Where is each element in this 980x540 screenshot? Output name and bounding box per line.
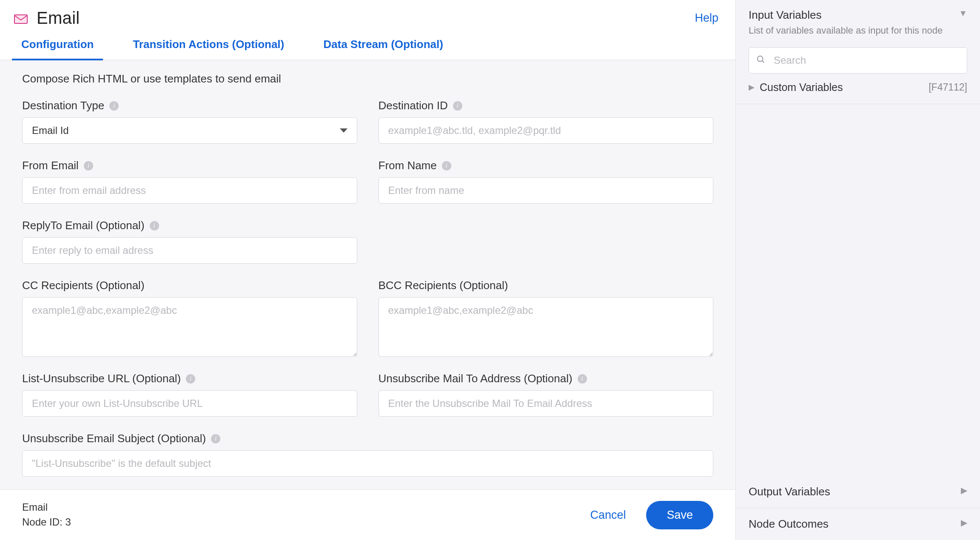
help-link[interactable]: Help: [695, 11, 718, 25]
cc-input[interactable]: [22, 297, 357, 357]
tabs: Configuration Transition Actions (Option…: [0, 32, 735, 60]
tab-data-stream[interactable]: Data Stream (Optional): [314, 32, 453, 60]
bcc-label: BCC Recipients (Optional): [379, 279, 508, 292]
footer-node-name: Email: [22, 500, 71, 515]
destination-type-select[interactable]: Email Id: [22, 117, 357, 144]
input-variables-header[interactable]: Input Variables List of variables availa…: [736, 0, 980, 41]
unsub-mailto-label: Unsubscribe Mail To Address (Optional): [379, 372, 573, 385]
from-email-input[interactable]: [22, 177, 357, 204]
unsub-subject-input[interactable]: [22, 450, 713, 477]
reply-to-label: ReplyTo Email (Optional): [22, 219, 145, 232]
custom-variables-label: Custom Variables: [760, 81, 843, 94]
unsub-mailto-input[interactable]: [379, 390, 714, 417]
destination-id-input[interactable]: [379, 117, 714, 144]
list-unsub-url-input[interactable]: [22, 390, 357, 417]
footer: Email Node ID: 3 Cancel Save: [0, 489, 735, 540]
node-outcomes-section: Node Outcomes ▶: [736, 508, 980, 540]
info-icon[interactable]: i: [211, 434, 220, 443]
node-outcomes-header[interactable]: Node Outcomes ▶: [736, 508, 980, 540]
page-header: Email Help: [0, 0, 735, 32]
custom-variables-row[interactable]: ▶ Custom Variables [F47112]: [749, 81, 967, 94]
input-variables-desc: List of variables available as input for…: [749, 24, 959, 37]
chevron-right-icon: ▶: [749, 82, 755, 92]
info-icon[interactable]: i: [453, 101, 462, 111]
chevron-down-icon: [340, 128, 348, 133]
output-variables-section: Output Variables ▶: [736, 476, 980, 508]
email-icon: [14, 12, 28, 24]
from-name-input[interactable]: [379, 177, 714, 204]
reply-to-input[interactable]: [22, 237, 357, 264]
svg-line-2: [762, 60, 764, 63]
destination-type-label: Destination Type: [22, 99, 104, 112]
info-icon[interactable]: i: [442, 161, 451, 171]
tab-configuration[interactable]: Configuration: [12, 32, 103, 60]
custom-variables-tag: [F47112]: [929, 82, 967, 93]
svg-rect-0: [14, 15, 27, 23]
input-variables-section: Input Variables List of variables availa…: [736, 0, 980, 104]
output-variables-header[interactable]: Output Variables ▶: [736, 476, 980, 508]
from-email-label: From Email: [22, 159, 79, 172]
chevron-right-icon: ▶: [961, 517, 967, 528]
unsub-subject-label: Unsubscribe Email Subject (Optional): [22, 432, 206, 445]
input-variables-title: Input Variables: [749, 9, 959, 22]
list-unsub-url-label: List-Unsubscribe URL (Optional): [22, 372, 181, 385]
output-variables-title: Output Variables: [749, 485, 961, 498]
page-title: Email: [37, 9, 695, 28]
chevron-right-icon: ▶: [961, 485, 967, 495]
cc-label: CC Recipients (Optional): [22, 279, 145, 292]
info-icon[interactable]: i: [109, 101, 119, 111]
svg-point-1: [758, 56, 763, 61]
compose-description: Compose Rich HTML or use templates to se…: [22, 72, 713, 85]
cancel-button[interactable]: Cancel: [590, 509, 626, 522]
footer-info: Email Node ID: 3: [22, 500, 71, 530]
from-name-label: From Name: [379, 159, 437, 172]
destination-type-value: Email Id: [32, 125, 69, 136]
footer-node-id: Node ID: 3: [22, 515, 71, 530]
node-outcomes-title: Node Outcomes: [749, 517, 961, 531]
info-icon[interactable]: i: [150, 221, 159, 230]
info-icon[interactable]: i: [186, 374, 195, 384]
tab-transition-actions[interactable]: Transition Actions (Optional): [123, 32, 293, 60]
input-variables-search[interactable]: [749, 47, 967, 74]
bcc-input[interactable]: [379, 297, 714, 357]
info-icon[interactable]: i: [84, 161, 93, 171]
destination-id-label: Destination ID: [379, 99, 448, 112]
side-panel: Input Variables List of variables availa…: [735, 0, 980, 540]
config-form: Compose Rich HTML or use templates to se…: [0, 60, 735, 489]
search-icon: [756, 55, 766, 66]
chevron-down-icon: ▼: [959, 9, 967, 18]
save-button[interactable]: Save: [646, 501, 713, 529]
info-icon[interactable]: i: [578, 374, 587, 384]
